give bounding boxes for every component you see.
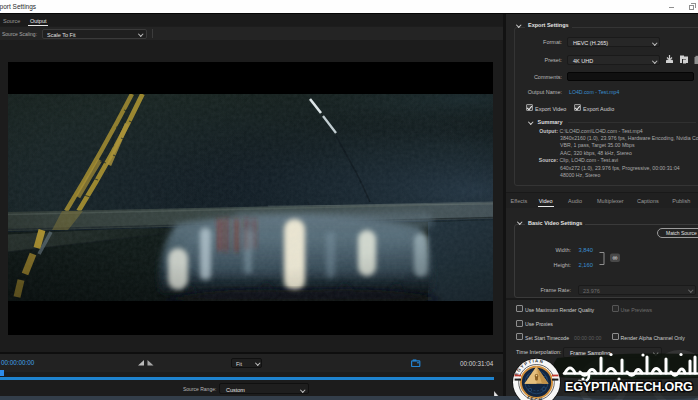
svg-text:∞: ∞ xyxy=(613,254,618,261)
svg-text:EGYPTIANTECH.ORG: EGYPTIANTECH.ORG xyxy=(565,380,693,394)
